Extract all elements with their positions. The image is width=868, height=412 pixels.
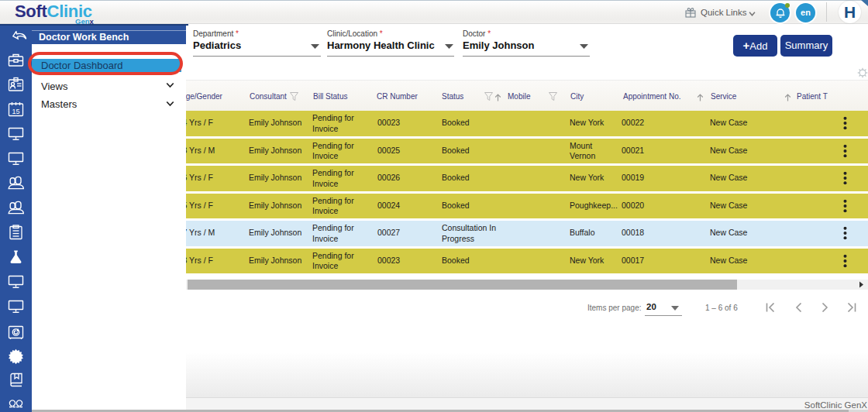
svg-text:15: 15 <box>12 108 19 115</box>
